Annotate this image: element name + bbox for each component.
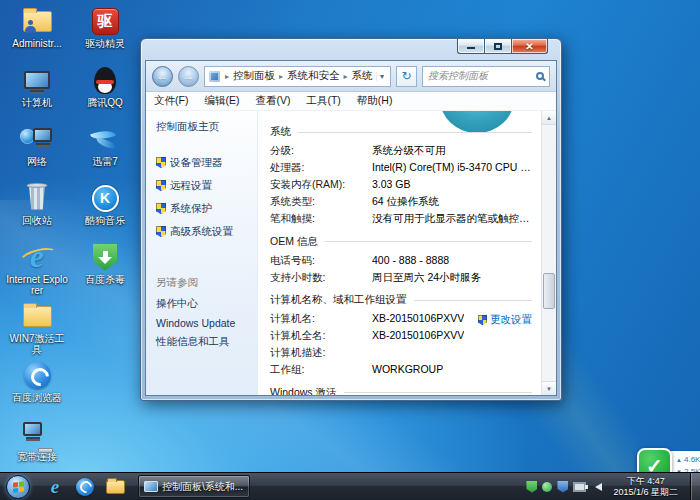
xunlei-bird-icon bbox=[90, 124, 120, 154]
section-system: 系统 分级: 系统分级不可用 处理器: Intel(R) Core(TM) i5… bbox=[270, 125, 532, 226]
change-settings[interactable]: 更改设置 bbox=[478, 313, 532, 327]
uac-shield-icon bbox=[478, 315, 487, 325]
system-window-icon bbox=[144, 481, 158, 492]
close-button[interactable]: ✕ bbox=[511, 39, 548, 54]
start-button[interactable] bbox=[6, 475, 30, 499]
breadcrumb[interactable]: ▸ 控制面板 ▸ 系统和安全 ▸ 系统 ▾ bbox=[204, 66, 391, 87]
scrollbar-thumb[interactable] bbox=[543, 273, 555, 309]
computer-icon bbox=[24, 65, 50, 95]
forward-button[interactable]: → bbox=[178, 66, 199, 87]
uac-shield-icon bbox=[156, 180, 166, 191]
menu-file[interactable]: 文件(F) bbox=[154, 94, 188, 108]
maximize-button[interactable] bbox=[484, 39, 511, 54]
breadcrumb-system-security[interactable]: 系统和安全 bbox=[285, 69, 342, 83]
show-desktop-button[interactable] bbox=[690, 473, 700, 500]
desktop-icon-win7-activator[interactable]: WIN7激活工具 bbox=[4, 299, 70, 358]
antivirus-tray-icon[interactable] bbox=[526, 481, 537, 493]
menu-tools[interactable]: 工具(T) bbox=[306, 94, 340, 108]
security-tray-icon[interactable] bbox=[557, 481, 568, 493]
desktop-icon-internet-explorer[interactable]: e Internet Explorer bbox=[4, 240, 70, 299]
sidebar-item-action-center[interactable]: 操作中心 bbox=[156, 297, 253, 311]
sidebar-item-home[interactable]: 控制面板主页 bbox=[156, 120, 253, 134]
xunlei-tray-icon[interactable] bbox=[542, 482, 552, 492]
desktop-icon-recycle-bin[interactable]: 回收站 bbox=[4, 181, 70, 240]
desktop-icon-driver-genius[interactable]: 驱 驱动精灵 bbox=[72, 4, 138, 63]
taskbar-baidu-browser[interactable] bbox=[70, 474, 100, 500]
desktop-icon-network[interactable]: 网络 bbox=[4, 122, 70, 181]
administrator-folder-icon bbox=[23, 6, 52, 36]
baidu-browser-icon bbox=[24, 360, 51, 390]
refresh-button[interactable]: ↻ bbox=[396, 66, 417, 87]
section-oem: OEM 信息 电话号码: 400 - 888 - 8888 支持小时数: 周日至… bbox=[270, 235, 532, 285]
menu-view[interactable]: 查看(V) bbox=[255, 94, 290, 108]
network-icon bbox=[22, 124, 52, 154]
info-row-phone: 电话号码: 400 - 888 - 8888 bbox=[270, 254, 532, 268]
desktop-icon-computer[interactable]: 计算机 bbox=[4, 63, 70, 122]
info-row-system-type: 系统类型: 64 位操作系统 bbox=[270, 195, 532, 209]
folder-icon bbox=[23, 301, 52, 331]
baidu-antivirus-shield-icon bbox=[93, 242, 117, 272]
scroll-down-arrow[interactable]: ▼ bbox=[542, 381, 556, 395]
taskbar-active-window-button[interactable]: 控制面板\系统和... bbox=[138, 475, 250, 498]
search-icon bbox=[536, 72, 544, 80]
uac-shield-icon bbox=[156, 226, 166, 237]
sidebar-item-remote-settings[interactable]: 远程设置 bbox=[156, 179, 253, 193]
system-tray: 下午 4:47 2015/1/6 星期二 bbox=[526, 473, 700, 500]
desktop-icon-qq[interactable]: 腾讯QQ bbox=[72, 63, 138, 122]
desktop-icon-administrator[interactable]: Administr... bbox=[4, 4, 70, 63]
info-row-support-hours: 支持小时数: 周日至周六 24小时服务 bbox=[270, 271, 532, 285]
see-also-header: 另请参阅 bbox=[156, 276, 253, 290]
rating-unavailable-link[interactable]: 系统分级不可用 bbox=[372, 144, 446, 158]
sidebar-item-system-protection[interactable]: 系统保护 bbox=[156, 202, 253, 216]
up-arrow-icon: ▲ bbox=[676, 457, 682, 463]
change-settings-link[interactable]: 更改设置 bbox=[490, 313, 532, 327]
system-info-content: 系统 分级: 系统分级不可用 处理器: Intel(R) Core(TM) i5… bbox=[258, 111, 556, 395]
info-row-pen-touch: 笔和触摸: 没有可用于此显示器的笔或触控输入 bbox=[270, 212, 532, 226]
taskbar: e 控制面板\系统和... 下午 4:47 2015/1/6 星期二 bbox=[0, 472, 700, 500]
kugou-icon: K bbox=[92, 183, 119, 213]
window-caption-buttons: ✕ bbox=[457, 39, 548, 54]
desktop-icon-column-1: Administr... 计算机 网络 回收站 e Internet Explo… bbox=[4, 4, 70, 476]
sidebar-item-performance-tools[interactable]: 性能信息和工具 bbox=[156, 335, 253, 349]
address-dropdown-icon[interactable]: ▾ bbox=[376, 72, 387, 81]
menu-edit[interactable]: 编辑(E) bbox=[204, 94, 239, 108]
recycle-bin-icon bbox=[28, 183, 46, 213]
baidu-browser-icon bbox=[76, 478, 94, 496]
section-header-system: 系统 bbox=[270, 125, 291, 139]
breadcrumb-system[interactable]: 系统 bbox=[350, 69, 375, 83]
minimize-button[interactable] bbox=[457, 39, 484, 54]
driver-genius-icon: 驱 bbox=[92, 6, 119, 36]
control-panel-icon bbox=[209, 71, 220, 82]
desktop-icon-baidu-antivirus[interactable]: 百度杀毒 bbox=[72, 240, 138, 299]
section-header-oem: OEM 信息 bbox=[270, 235, 318, 249]
windows-flag-icon bbox=[13, 481, 24, 492]
upload-speed: ▲4.6K/s bbox=[676, 454, 700, 466]
desktop-icon-kugou[interactable]: K 酷狗音乐 bbox=[72, 181, 138, 240]
uac-shield-icon bbox=[156, 157, 166, 168]
scroll-up-arrow[interactable]: ▲ bbox=[542, 111, 556, 125]
desktop: { "window": { "nav": { "crumbs": ["控制面板"… bbox=[0, 0, 700, 500]
desktop-icon-xunlei[interactable]: 迅雷7 bbox=[72, 122, 138, 181]
desktop-icon-broadband[interactable]: 宽带连接 bbox=[4, 417, 70, 476]
section-computer-name: 计算机名称、域和工作组设置 更改设置 计算机名: XB-20150106PXVV… bbox=[270, 293, 532, 377]
back-button[interactable]: ← bbox=[152, 66, 173, 87]
sidebar-item-windows-update[interactable]: Windows Update bbox=[156, 317, 253, 329]
sidebar-item-device-manager[interactable]: 设备管理器 bbox=[156, 156, 253, 170]
desktop-icon-column-2: 驱 驱动精灵 腾讯QQ 迅雷7 K 酷狗音乐 百度杀毒 bbox=[72, 4, 138, 299]
desktop-icon-baidu-browser[interactable]: 百度浏览器 bbox=[4, 358, 70, 417]
taskbar-clock[interactable]: 下午 4:47 2015/1/6 星期二 bbox=[613, 476, 678, 497]
uac-shield-icon bbox=[156, 203, 166, 214]
section-header-activation: Windows 激活 bbox=[270, 386, 337, 396]
taskbar-internet-explorer[interactable]: e bbox=[40, 474, 70, 500]
vertical-scrollbar[interactable]: ▲ ▼ bbox=[541, 111, 556, 395]
volume-tray-icon[interactable] bbox=[595, 483, 602, 491]
menu-help[interactable]: 帮助(H) bbox=[357, 94, 393, 108]
sidebar-item-advanced-settings[interactable]: 高级系统设置 bbox=[156, 225, 253, 239]
sidebar-see-also-group: 另请参阅 操作中心 Windows Update 性能信息和工具 bbox=[156, 276, 253, 355]
section-activation: Windows 激活 Windows 已激活 产品 ID: 00426-OEM-… bbox=[270, 386, 532, 396]
taskbar-explorer[interactable] bbox=[100, 474, 130, 500]
internet-explorer-icon: e bbox=[51, 476, 59, 498]
search-input[interactable]: 搜索控制面板 bbox=[422, 66, 550, 87]
breadcrumb-control-panel[interactable]: 控制面板 bbox=[231, 69, 277, 83]
info-row-ram: 安装内存(RAM): 3.03 GB bbox=[270, 178, 532, 192]
